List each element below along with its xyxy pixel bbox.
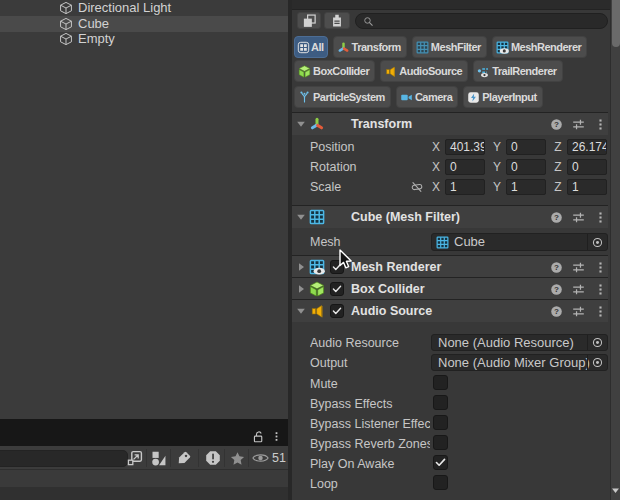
bypass-reverb-zones-checkbox[interactable] [433, 435, 448, 450]
search-by-label-button[interactable] [171, 446, 195, 470]
transform-header[interactable]: Transform [292, 112, 608, 135]
filter-chip-meshfilter[interactable]: MeshFilter [412, 36, 487, 58]
filter-chip-audiosource[interactable]: AudioSource [380, 60, 468, 82]
kebab-menu-icon[interactable] [271, 430, 280, 443]
question-mark-icon [550, 261, 563, 274]
position-x-field[interactable]: 401.39 [445, 139, 485, 155]
presets-icon[interactable] [572, 211, 585, 224]
help-icon[interactable] [550, 211, 563, 224]
scrollbar-down-arrow[interactable] [611, 486, 620, 495]
field-value: 1 [446, 180, 484, 194]
kebab-menu-icon[interactable] [594, 283, 607, 296]
position-z-field[interactable]: 26.174 [567, 139, 607, 155]
boxcollider-enabled-checkbox[interactable] [330, 282, 344, 296]
lock-icon[interactable] [252, 430, 265, 443]
help-icon[interactable] [550, 283, 563, 296]
presets-icon[interactable] [572, 305, 585, 318]
search-by-import-log-button[interactable] [201, 446, 225, 470]
rotation-x-field[interactable]: 0 [445, 159, 485, 175]
help-icon[interactable] [550, 261, 563, 274]
filter-chip-label: AudioSource [399, 65, 462, 77]
kebab-menu-icon[interactable] [594, 261, 607, 274]
filter-chip-label: All [311, 41, 324, 53]
triangle-down-icon [296, 119, 306, 129]
filter-chip-row: BoxCollider AudioSource TrailRenderer [294, 60, 563, 82]
trail-renderer-icon [477, 65, 490, 78]
hidden-packages-toggle[interactable]: 51 [252, 446, 286, 470]
cube-outline-icon [59, 1, 73, 15]
transform-icon [309, 116, 325, 132]
position-y-field[interactable]: 0 [506, 139, 546, 155]
foldout-expanded-icon[interactable] [296, 212, 306, 222]
hierarchy-item-directional-light[interactable]: Directional Light [0, 0, 288, 16]
foldout-expanded-icon[interactable] [296, 306, 306, 316]
particle-system-icon [298, 91, 311, 104]
filter-chip-row: All Transform MeshFilter MeshRenderer [294, 36, 587, 58]
foldout-collapsed-icon[interactable] [296, 262, 306, 272]
presets-icon[interactable] [572, 261, 585, 274]
gameobject-cube-icon [59, 17, 73, 31]
audiosource-enabled-checkbox[interactable] [330, 304, 344, 318]
filter-chip-particlesystem[interactable]: ParticleSystem [294, 86, 391, 108]
foldout-collapsed-icon[interactable] [296, 284, 306, 294]
help-icon[interactable] [550, 305, 563, 318]
filter-chip-all[interactable]: All [294, 36, 328, 58]
filter-chip-camera[interactable]: Camera [396, 86, 458, 108]
open-search-window-icon[interactable] [127, 450, 143, 466]
mute-checkbox[interactable] [433, 375, 448, 390]
object-picker-icon[interactable] [587, 234, 607, 250]
filter-chip-playerinput[interactable]: PlayerInput [463, 86, 542, 108]
meshfilter-header[interactable]: Cube (Mesh Filter) [292, 205, 608, 228]
scrollbar-thumb[interactable] [612, 0, 620, 47]
paste-icon [330, 13, 344, 28]
foldout-expanded-icon[interactable] [296, 119, 306, 129]
paste-component-button[interactable] [324, 12, 350, 29]
presets-icon[interactable] [572, 118, 585, 131]
object-picker-icon[interactable] [587, 355, 607, 370]
filter-chip-meshrenderer[interactable]: MeshRenderer [492, 36, 587, 58]
scale-x-field[interactable]: 1 [445, 179, 485, 195]
project-search-input[interactable] [0, 450, 128, 467]
mesh-object-field[interactable]: Cube [431, 233, 608, 251]
target-circle-icon [591, 356, 604, 369]
mesh-icon [436, 236, 449, 249]
inspector-scrollbar[interactable] [610, 0, 620, 500]
filter-chip-trailrenderer[interactable]: TrailRenderer [473, 60, 562, 82]
component-title: Audio Source [351, 300, 432, 322]
bypass-listener-effects-checkbox[interactable] [433, 415, 448, 430]
component-search-input[interactable] [355, 13, 608, 29]
rotation-z-field[interactable]: 0 [567, 159, 607, 175]
sliders-icon [572, 118, 585, 131]
copy-component-button[interactable] [297, 12, 321, 29]
object-field-value: None (Audio Mixer Group) [438, 355, 590, 371]
save-search-button[interactable] [225, 446, 249, 470]
search-by-type-button[interactable] [146, 446, 170, 470]
loop-checkbox[interactable] [433, 475, 448, 490]
audio-resource-field[interactable]: None (Audio Resource) [431, 334, 608, 351]
play-on-awake-checkbox[interactable] [433, 455, 448, 470]
hierarchy-item-cube[interactable]: Cube [0, 16, 288, 32]
object-picker-icon[interactable] [587, 335, 607, 350]
presets-icon[interactable] [572, 283, 585, 296]
help-icon[interactable] [550, 118, 563, 131]
kebab-menu-icon[interactable] [594, 305, 607, 318]
green-cube-icon [309, 281, 325, 297]
play-on-awake-label: Play On Awake [310, 456, 430, 472]
filter-chip-row: ParticleSystem Camera PlayerInput [294, 86, 543, 108]
kebab-menu-icon[interactable] [594, 118, 607, 131]
constrain-proportions-icon[interactable] [411, 181, 423, 193]
rotation-y-field[interactable]: 0 [506, 159, 546, 175]
scale-y-field[interactable]: 1 [506, 179, 546, 195]
filter-chip-boxcollider[interactable]: BoxCollider [294, 60, 375, 82]
hidden-packages-count: 51 [272, 451, 286, 465]
bypass-effects-checkbox[interactable] [433, 395, 448, 410]
arrow-cursor-icon [336, 249, 353, 271]
output-field[interactable]: None (Audio Mixer Group) [431, 354, 608, 371]
hierarchy-item-empty[interactable]: Empty [0, 31, 288, 47]
sliders-icon [572, 261, 585, 274]
boxcollider-header[interactable]: Box Collider [292, 277, 608, 300]
audiosource-header[interactable]: Audio Source [292, 299, 608, 322]
kebab-menu-icon[interactable] [594, 211, 607, 224]
scale-z-field[interactable]: 1 [567, 179, 607, 195]
filter-chip-transform[interactable]: Transform [333, 36, 407, 58]
